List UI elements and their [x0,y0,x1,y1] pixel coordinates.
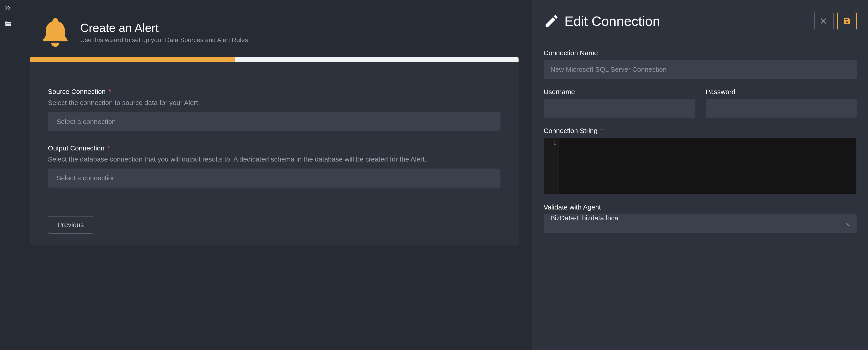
source-connection-placeholder: Select a connection [57,118,116,125]
save-icon [843,17,851,25]
password-input[interactable] [706,99,857,118]
wizard-header: Create an Alert Use this wizard to set u… [30,16,519,49]
source-connection-help: Select the connection to source data for… [48,98,500,108]
username-label: Username [544,88,695,96]
edit-connection-panel: Edit Connection Connection Name Username [532,0,868,350]
username-group: Username [544,88,695,118]
username-input[interactable] [544,99,695,118]
password-group: Password [706,88,857,118]
close-panel-button[interactable] [814,12,834,30]
password-label: Password [706,88,857,96]
validate-agent-label: Validate with Agent [544,203,857,211]
wizard-title: Create an Alert [80,21,250,35]
source-connection-label: Source Connection [48,88,105,95]
output-connection-label: Output Connection [48,144,104,152]
close-icon [820,17,828,25]
chevrons-right-icon [5,4,11,11]
connection-string-value[interactable] [559,138,857,194]
bell-icon [39,16,72,49]
line-number: 1 [544,140,556,146]
wizard-card: Create an Alert Use this wizard to set u… [30,16,519,350]
folder-open-icon [5,20,11,27]
output-connection-help: Select the database connection that you … [48,154,500,164]
required-marker: * [107,144,110,152]
connection-name-input[interactable] [544,60,857,79]
wizard-body: Source Connection * Select the connectio… [30,57,519,245]
connection-string-group: Connection String * 1 [544,127,857,194]
required-marker: * [600,127,603,135]
validate-agent-select[interactable]: BizData-L.bizdata.local [544,214,857,233]
validate-agent-selected: BizData-L.bizdata.local [550,214,620,222]
output-connection-field: Output Connection * Select the database … [48,144,500,188]
code-gutter: 1 [544,138,559,194]
panel-divider [544,39,857,39]
wizard-progress-fill [30,57,235,62]
output-connection-select[interactable]: Select a connection [48,169,500,187]
previous-button[interactable]: Previous [48,216,93,234]
left-rail [0,0,16,350]
wizard-subtitle: Use this wizard to set up your Data Sour… [80,36,250,43]
validate-agent-group: Validate with Agent BizData-L.bizdata.lo… [544,203,857,233]
connection-name-group: Connection Name [544,49,857,79]
connection-name-label: Connection Name [544,49,857,57]
connection-string-editor[interactable]: 1 [544,138,857,194]
folder-open-button[interactable] [4,20,12,28]
panel-title: Edit Connection [564,13,660,29]
source-connection-field: Source Connection * Select the connectio… [48,88,500,131]
source-connection-select[interactable]: Select a connection [48,112,500,131]
edit-icon [544,13,559,29]
save-panel-button[interactable] [837,12,857,30]
wizard-progress-bar [30,57,519,62]
required-marker: * [108,88,111,95]
expand-sidebar-button[interactable] [4,4,12,12]
main-content: Create an Alert Use this wizard to set u… [16,0,532,350]
connection-string-label: Connection String [544,127,597,135]
output-connection-placeholder: Select a connection [57,174,116,182]
